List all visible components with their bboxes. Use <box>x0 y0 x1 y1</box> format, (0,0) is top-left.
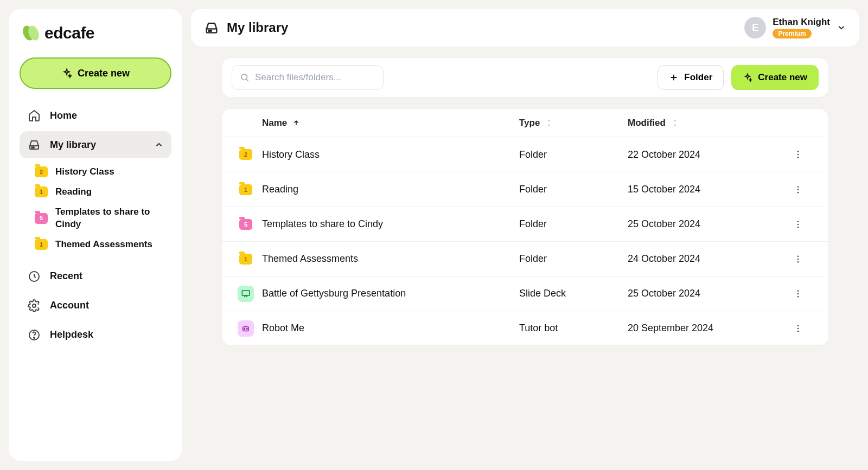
svg-point-21 <box>797 258 799 259</box>
brand-icon <box>22 24 40 42</box>
cell-modified: 15 October 2024 <box>628 184 790 195</box>
create-new-label: Create new <box>78 68 130 79</box>
svg-point-5 <box>33 304 36 307</box>
svg-point-10 <box>241 74 247 80</box>
create-new-button[interactable]: Create new <box>20 57 171 89</box>
table-row[interactable]: Robot MeTutor bot20 September 2024 <box>222 311 828 345</box>
cell-type: Folder <box>519 218 628 230</box>
sort-icon <box>545 119 553 127</box>
row-actions-button[interactable] <box>790 220 806 229</box>
sidebar-subitem[interactable]: 5Templates to share to Cindy <box>20 203 171 234</box>
main: My library E Ethan Knight Premium <box>191 9 859 461</box>
column-header-modified[interactable]: Modified <box>628 118 790 128</box>
sidebar-item-home[interactable]: Home <box>20 102 171 129</box>
search-input[interactable] <box>255 72 375 83</box>
folder-icon: 5 <box>239 219 252 230</box>
sidebar-subitem-label: History Class <box>55 166 114 178</box>
sidebar-library-subtree: 2History Class1Reading5Templates to shar… <box>20 160 171 261</box>
cell-name: Templates to share to Cindy <box>262 218 519 230</box>
sidebar-item-recent[interactable]: Recent <box>20 263 171 290</box>
sidebar-subitem[interactable]: 1Reading <box>20 183 171 202</box>
sparkle-icon <box>61 68 72 79</box>
row-actions-button[interactable] <box>790 254 806 264</box>
user-menu[interactable]: E Ethan Knight Premium <box>744 17 846 38</box>
table-row[interactable]: Battle of Gettysburg PresentationSlide D… <box>222 276 828 311</box>
svg-point-31 <box>797 327 799 329</box>
svg-point-16 <box>797 192 799 193</box>
svg-point-30 <box>797 325 799 326</box>
brand-logo: edcafe <box>22 24 169 42</box>
search-icon <box>240 73 250 82</box>
clock-icon <box>27 270 41 283</box>
table-row[interactable]: 1ReadingFolder15 October 2024 <box>222 172 828 207</box>
sidebar-item-helpdesk[interactable]: Helpdesk <box>20 321 171 349</box>
cell-type: Folder <box>519 149 628 160</box>
row-actions-button[interactable] <box>790 289 806 299</box>
content: Folder Create new Name Type <box>191 57 859 346</box>
cell-modified: 24 October 2024 <box>628 253 790 265</box>
avatar: E <box>744 17 766 38</box>
cell-type: Tutor bot <box>519 323 628 334</box>
brand-name: edcafe <box>44 24 94 42</box>
user-name: Ethan Knight <box>773 17 830 28</box>
svg-point-9 <box>210 30 212 31</box>
toolbar-create-label: Create new <box>758 72 807 83</box>
folder-icon: 5 <box>35 213 48 224</box>
sidebar-item-label: Recent <box>50 271 82 282</box>
sidebar: edcafe Create new Home My library 2Histo… <box>9 9 182 461</box>
cell-type: Slide Deck <box>519 288 628 299</box>
sidebar-nav: Home My library 2History Class1Reading5T… <box>20 102 171 349</box>
sidebar-subitem[interactable]: 1Themed Assessments <box>20 235 171 254</box>
user-meta: Ethan Knight Premium <box>773 17 830 38</box>
svg-point-11 <box>797 151 799 152</box>
new-folder-label: Folder <box>684 72 712 83</box>
svg-point-12 <box>797 154 799 155</box>
page-title: My library <box>227 20 288 35</box>
cell-name: Themed Assessments <box>262 253 519 265</box>
cell-name: Battle of Gettysburg Presentation <box>262 288 519 299</box>
svg-point-14 <box>797 186 799 187</box>
table-row[interactable]: 2History ClassFolder22 October 2024 <box>222 137 828 172</box>
folder-icon: 1 <box>239 254 252 265</box>
svg-point-24 <box>797 290 799 291</box>
drive-icon <box>204 20 219 35</box>
sidebar-item-label: Home <box>50 110 77 121</box>
library-table: Name Type Modified <box>221 108 829 346</box>
row-actions-button[interactable] <box>790 150 806 159</box>
sidebar-subitem-label: Reading <box>55 186 92 198</box>
row-actions-button[interactable] <box>790 185 806 195</box>
svg-point-32 <box>797 331 799 332</box>
folder-icon: 1 <box>239 184 252 195</box>
svg-point-22 <box>797 261 799 262</box>
column-label: Type <box>519 118 540 128</box>
column-label: Name <box>262 118 287 128</box>
row-actions-button[interactable] <box>790 324 806 333</box>
page-title-block: My library <box>204 20 288 35</box>
table-row[interactable]: 1Themed AssessmentsFolder24 October 2024 <box>222 241 828 276</box>
home-icon <box>27 109 41 122</box>
svg-point-7 <box>34 337 35 338</box>
svg-point-19 <box>797 227 799 228</box>
sparkle-icon <box>743 73 752 82</box>
cell-name: Reading <box>262 184 519 195</box>
content-toolbar: Folder Create new <box>221 57 829 98</box>
folder-icon: 2 <box>239 149 252 160</box>
svg-point-15 <box>797 189 799 190</box>
folder-icon: 1 <box>35 239 48 250</box>
svg-point-25 <box>797 293 799 294</box>
sidebar-item-account[interactable]: Account <box>20 292 171 319</box>
new-folder-button[interactable]: Folder <box>658 65 724 90</box>
cell-type: Folder <box>519 184 628 195</box>
toolbar-create-button[interactable]: Create new <box>731 65 819 90</box>
column-header-type[interactable]: Type <box>519 118 628 128</box>
table-header: Name Type Modified <box>222 109 828 137</box>
sidebar-item-my-library[interactable]: My library <box>20 131 171 158</box>
table-row[interactable]: 5Templates to share to CindyFolder25 Oct… <box>222 207 828 241</box>
svg-rect-23 <box>242 291 250 295</box>
drive-icon <box>27 138 41 151</box>
svg-point-28 <box>244 328 245 329</box>
column-header-name[interactable]: Name <box>262 118 519 128</box>
sidebar-subitem[interactable]: 2History Class <box>20 163 171 182</box>
cell-type: Folder <box>519 253 628 265</box>
search-box[interactable] <box>232 65 384 90</box>
